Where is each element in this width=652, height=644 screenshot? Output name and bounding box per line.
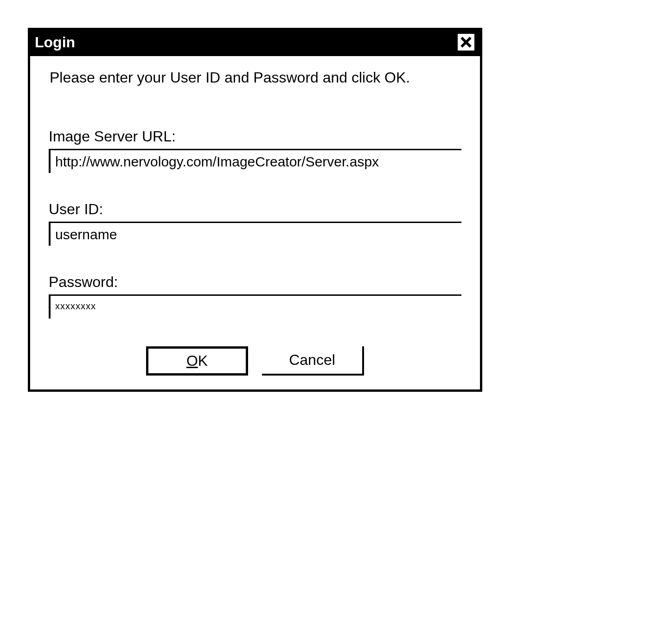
login-dialog: Login Please enter your User ID and Pass… [28, 28, 482, 392]
server-url-label: Image Server URL: [49, 128, 461, 145]
ok-button[interactable]: OK [146, 346, 248, 376]
server-url-group: Image Server URL: [49, 128, 461, 173]
dialog-body: Please enter your User ID and Password a… [30, 56, 480, 389]
cancel-button[interactable]: Cancel [262, 346, 364, 376]
dialog-title: Login [35, 34, 75, 51]
user-id-input[interactable] [49, 222, 461, 246]
close-icon [460, 36, 473, 49]
button-row: OK Cancel [49, 346, 461, 376]
titlebar: Login [30, 30, 480, 56]
instruction-text: Please enter your User ID and Password a… [50, 69, 461, 86]
password-label: Password: [49, 274, 461, 291]
password-input[interactable] [49, 294, 461, 319]
server-url-input[interactable] [49, 149, 461, 173]
password-group: Password: [49, 274, 461, 319]
user-id-group: User ID: [49, 201, 461, 246]
user-id-label: User ID: [49, 201, 461, 218]
close-button[interactable] [456, 32, 476, 52]
